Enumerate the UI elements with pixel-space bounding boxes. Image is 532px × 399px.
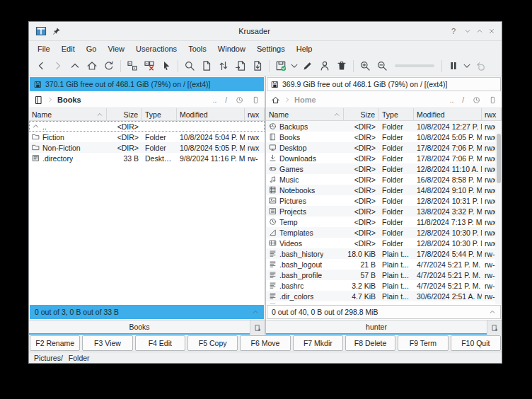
file-row-Pictures[interactable]: Pictures<DIR>Folder12/8/2024 10:31 P. M.… — [266, 195, 502, 206]
scrollbar-thumb[interactable] — [497, 134, 501, 183]
titlebar[interactable]: Krusader ? — [29, 22, 502, 41]
history-icon[interactable] — [473, 96, 480, 104]
file-row-Downloads[interactable]: Downloads<DIR>Folder17/8/2024 7:06 P. M.… — [266, 153, 502, 163]
file-row-Books[interactable]: Books<DIR>Folder10/8/2024 5:05 P. M.rwx — [266, 132, 502, 142]
user-mode-button[interactable] — [316, 57, 333, 74]
left-media-bar[interactable]: 370.1 GiB free out of 468.1 GiB (79%) on… — [30, 77, 264, 91]
fkey-f6[interactable]: F6 Move — [240, 335, 290, 351]
file-row-Non-Fiction[interactable]: Non-Fiction<DIR>Folder10/8/2024 5:05 P. … — [29, 142, 265, 153]
fkey-f3[interactable]: F3 View — [82, 335, 132, 351]
bookmark-panel-icon[interactable] — [489, 96, 497, 104]
root-dir-button[interactable]: / — [225, 96, 227, 104]
right-col-name[interactable]: Name — [266, 108, 344, 120]
move-to-panel-button[interactable] — [249, 57, 266, 74]
zoom-in-button[interactable] — [357, 57, 374, 74]
fkey-f2[interactable]: F2 Rename — [30, 335, 80, 351]
fkey-f5[interactable]: F5 Copy — [187, 335, 238, 351]
fkey-f8[interactable]: F8 Delete — [345, 335, 395, 351]
file-row-.bashrc[interactable]: .bashrc3.2 KiBPlain t...4/7/2024 5:21 P.… — [266, 280, 502, 291]
left-tab-books[interactable]: Books — [29, 320, 250, 335]
left-col-modified[interactable]: Modified — [177, 108, 245, 120]
trash-button[interactable] — [333, 57, 350, 74]
select-group-button[interactable] — [124, 57, 141, 74]
maximize-button[interactable] — [476, 28, 483, 35]
home-button[interactable] — [83, 57, 100, 74]
file-row-Fiction[interactable]: Fiction<DIR>Folder10/8/2024 5:04 P. M.rw… — [29, 132, 265, 142]
zoom-out-button[interactable] — [374, 57, 391, 74]
menu-file[interactable]: File — [32, 43, 56, 54]
left-col-rwx[interactable]: rwx — [245, 108, 265, 120]
help-button[interactable]: ? — [448, 25, 459, 37]
bookmark-panel-icon[interactable] — [252, 96, 260, 104]
right-col-rwx[interactable]: rwx — [482, 108, 502, 120]
search-button[interactable] — [181, 57, 198, 74]
book-icon[interactable] — [34, 96, 43, 105]
right-media-bar[interactable]: 369.9 GiB free out of 468.1 GiB (79%) on… — [267, 77, 501, 91]
fkey-f4[interactable]: F4 Edit — [135, 335, 185, 351]
right-col-modified[interactable]: Modified — [414, 108, 482, 120]
minimize-button[interactable] — [464, 28, 471, 35]
up-button[interactable] — [66, 57, 83, 74]
menu-window[interactable]: Window — [212, 43, 251, 54]
totals-expand-icon[interactable] — [252, 308, 259, 316]
right-breadcrumb-folder[interactable]: Home — [294, 96, 316, 104]
history-icon[interactable] — [236, 96, 243, 104]
right-col-size[interactable]: Size — [344, 108, 379, 120]
copy-to-panel-button[interactable] — [232, 57, 249, 74]
left-col-name[interactable]: Name — [29, 108, 107, 120]
file-row-.gitconfig[interactable]: .gitconfig204 BPlain t...12/8/2024 9:19 … — [266, 301, 502, 304]
new-file-button[interactable] — [198, 57, 215, 74]
file-row-..[interactable]: ..<DIR> — [29, 121, 265, 132]
file-row-Games[interactable]: Games<DIR>Folder12/8/2024 11:10 A. M.rwx — [266, 163, 502, 174]
totals-expand-icon[interactable] — [489, 308, 496, 316]
left-col-type[interactable]: Type — [142, 108, 177, 120]
right-tab-hunter[interactable]: hunter — [266, 320, 487, 335]
menu-tools[interactable]: Tools — [183, 43, 212, 54]
menu-useractions[interactable]: Useractions — [130, 43, 183, 54]
fkey-f7[interactable]: F7 Mkdir — [293, 335, 343, 351]
file-row-Notebooks[interactable]: Notebooks<DIR>Folder14/8/2024 9:10 P. M.… — [266, 185, 502, 195]
forward-button[interactable] — [50, 57, 66, 74]
file-row-.bash_history[interactable]: .bash_history18.0 KiBPlain t...17/8/2024… — [266, 248, 502, 259]
left-breadcrumb-folder[interactable]: Books — [57, 96, 81, 104]
file-row-Backups[interactable]: Backups<DIR>Folder10/8/2024 12:27 P. M.r… — [266, 121, 502, 132]
file-row-Templates[interactable]: Templates<DIR>Folder12/8/2024 10:30 P. M… — [266, 227, 502, 238]
unselect-group-button[interactable] — [141, 57, 158, 74]
file-row-.bash_logout[interactable]: .bash_logout21 BPlain t...4/7/2024 5:21 … — [266, 259, 502, 270]
file-row-Desktop[interactable]: Desktop<DIR>Folder17/8/2024 7:06 P. M.rw… — [266, 142, 502, 153]
pause-jobs-button[interactable] — [445, 57, 462, 74]
pointer-mode-button[interactable] — [158, 57, 175, 74]
close-button[interactable] — [488, 28, 495, 35]
file-row-Videos[interactable]: Videos<DIR>Folder12/8/2024 10:30 P. M.rw… — [266, 238, 502, 248]
zoom-slider-slider[interactable] — [395, 64, 434, 67]
fkey-f10[interactable]: F10 Quit — [451, 335, 501, 351]
sync-dirs-button[interactable] — [215, 57, 232, 74]
file-row-.bash_profile[interactable]: .bash_profile57 BPlain t...4/7/2024 5:21… — [266, 270, 502, 280]
pin-icon[interactable] — [52, 27, 61, 36]
mount-dropdown-button[interactable] — [289, 57, 299, 74]
left-new-tab-button[interactable] — [250, 320, 265, 335]
root-dir-button[interactable]: / — [462, 96, 464, 104]
mount-manager-button[interactable] — [272, 57, 289, 74]
file-row-.dir_colors[interactable]: .dir_colors4.7 KiBPlain t...30/6/2024 2:… — [266, 291, 502, 301]
file-row-Projects[interactable]: Projects<DIR>Folder13/8/2024 3:32 P. M.r… — [266, 206, 502, 216]
right-col-type[interactable]: Type — [379, 108, 414, 120]
menu-edit[interactable]: Edit — [56, 43, 81, 54]
left-col-size[interactable]: Size — [107, 108, 142, 120]
menu-settings[interactable]: Settings — [251, 43, 291, 54]
file-row-.directory[interactable]: .directory33 BDesktop en...9/8/2024 11:1… — [29, 153, 265, 163]
back-button[interactable] — [33, 57, 50, 74]
scrollbar[interactable] — [495, 121, 502, 304]
right-new-tab-button[interactable] — [487, 320, 502, 335]
up-dir-button[interactable]: .. — [450, 96, 454, 104]
edit-file-button[interactable] — [299, 57, 316, 74]
file-row-Temp[interactable]: Temp<DIR>Folder11/8/2024 7:13 P. M.rwx — [266, 216, 502, 227]
undo-button[interactable] — [472, 57, 489, 74]
menu-view[interactable]: View — [102, 43, 130, 54]
up-dir-button[interactable]: .. — [213, 96, 217, 104]
file-row-Music[interactable]: Music<DIR>Folder16/8/2024 8:58 P. M.rwx — [266, 174, 502, 185]
menu-help[interactable]: Help — [291, 43, 318, 54]
jobs-dropdown-button[interactable] — [462, 57, 472, 74]
refresh-button[interactable] — [100, 57, 117, 74]
fkey-f9[interactable]: F9 Term — [398, 335, 448, 351]
